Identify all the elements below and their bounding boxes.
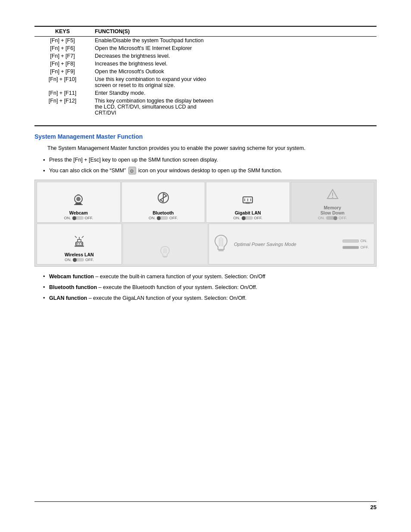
wireless-lan-icon <box>72 234 87 250</box>
svg-rect-4 <box>77 194 80 196</box>
lower-bullets: Webcam function – execute the built-in c… <box>43 273 377 302</box>
smm-cell-gigabit-lan: Gigabit LAN ON.OFF. <box>206 182 290 223</box>
table-header-keys: KEYS <box>34 26 90 37</box>
key-cell: [Fn] + [F7] <box>34 52 90 60</box>
memory-slow-down-label: MemorySlow Down <box>321 205 345 215</box>
smm-cell-webcam: Webcam ON.OFF. <box>37 182 121 223</box>
function-cell: Increases the brightness level. <box>90 60 377 68</box>
bluetooth-icon <box>157 192 169 208</box>
bluetooth-label: Bluetooth <box>153 210 174 215</box>
page-bottom-line <box>34 501 377 502</box>
key-cell: [Fn] + [F11] <box>34 89 90 97</box>
svg-point-1 <box>76 197 81 201</box>
table-row: [Fn] + [F12] This key combination toggle… <box>34 97 377 118</box>
svg-point-27 <box>81 243 82 245</box>
list-item: You can also click on the “SMM” icon on … <box>43 167 377 175</box>
webcam-label: Webcam <box>69 210 88 215</box>
lower-list-item-glan: GLAN function – execute the GigaLAN func… <box>43 294 377 302</box>
key-cell: [Fn] + [F6] <box>34 44 90 52</box>
svg-rect-21 <box>75 246 84 247</box>
webcam-toggle-pill <box>72 216 84 220</box>
bluetooth-toggle-pill <box>157 216 168 220</box>
bluetooth-toggle: ON.OFF. <box>149 216 178 220</box>
on-off-stack: ON. OFF. <box>342 239 371 249</box>
gigabit-lan-toggle: ON.OFF. <box>233 216 262 220</box>
svg-line-24 <box>82 236 84 238</box>
smm-cell-bluetooth: Bluetooth ON.OFF. <box>121 182 206 223</box>
lower-bullet-rest-glan: – execute the GigaLAN function of your s… <box>89 295 247 301</box>
key-cell: [Fn] + [F10] <box>34 75 90 89</box>
smm-icon <box>128 167 136 174</box>
table-row: [Fn] + [F9] Open the Microsoft's Outlook <box>34 68 377 75</box>
off-bar <box>342 246 359 249</box>
function-cell: Open the Microsoft's Outlook <box>90 68 377 75</box>
lower-list-item-bluetooth: Bluetooth function – execute the Bluetoo… <box>43 283 377 292</box>
table-row: [Fn] + [F11] Enter Standby mode. <box>34 89 377 97</box>
table-header-functions: FUNCTION(S) <box>90 26 377 37</box>
function-cell: Open the Microsoft's IE Internet Explore… <box>90 44 377 52</box>
wireless-lan-label: Wireless LAN <box>65 252 94 257</box>
svg-rect-3 <box>74 204 83 205</box>
svg-line-8 <box>163 196 167 198</box>
table-row: [Fn] + [F8] Increases the brightness lev… <box>34 60 377 68</box>
table-row: [Fn] + [F5] Enable/Disable the system To… <box>34 37 377 45</box>
key-cell: [Fn] + [F9] <box>34 68 90 75</box>
optimal-power-label: Optimal Power Savings Mode <box>234 242 296 247</box>
webcam-icon <box>71 193 86 208</box>
smm-row-1: Webcam ON.OFF. Bluetooth <box>37 182 374 223</box>
lower-bullet-bold-glan: GLAN function <box>49 295 87 301</box>
page-container: KEYS FUNCTION(S) [Fn] + [F5] Enable/Disa… <box>0 0 411 532</box>
smm-cell-memory-slow-down: MemorySlow Down ON.OFF. <box>291 182 375 223</box>
table-row: [Fn] + [F7] Decreases the brightness lev… <box>34 52 377 60</box>
off-bar-row: OFF. <box>342 245 369 249</box>
webcam-toggle: ON.OFF. <box>64 216 93 220</box>
svg-point-18 <box>332 197 333 198</box>
smm-panel: Webcam ON.OFF. Bluetooth <box>34 180 377 267</box>
gigabit-lan-label: Gigabit LAN <box>235 210 261 215</box>
smm-cell-optimal-power: Optimal Power Savings Mode ON. OFF. <box>209 224 374 264</box>
bullet-list: Press the [Fn] + [Esc] key to open up th… <box>43 156 377 175</box>
on-bar-row: ON. <box>342 239 369 243</box>
smm-cell-empty-1 <box>123 224 208 264</box>
memory-slow-down-icon <box>326 188 339 203</box>
section-title: System Management Master Function <box>34 133 377 140</box>
bullet-text: You can also click on the “SMM” icon on … <box>49 168 282 174</box>
off-label: OFF. <box>361 245 369 249</box>
key-cell: [Fn] + [F12] <box>34 97 90 118</box>
lower-bullet-bold-bluetooth: Bluetooth function <box>49 284 97 290</box>
key-cell: [Fn] + [F5] <box>34 37 90 45</box>
svg-point-26 <box>78 243 80 245</box>
on-bar <box>342 240 359 243</box>
svg-point-25 <box>76 243 78 245</box>
bulb-icon <box>212 233 230 255</box>
table-row: [Fn] + [F6] Open the Microsoft's IE Inte… <box>34 44 377 52</box>
lower-bullet-rest-bluetooth: – execute the Bluetooth function of your… <box>99 284 258 290</box>
list-item: Press the [Fn] + [Esc] key to open up th… <box>43 156 377 164</box>
svg-line-23 <box>75 236 77 238</box>
function-cell: Decreases the brightness level. <box>90 52 377 60</box>
wireless-lan-toggle-pill <box>73 258 84 261</box>
svg-rect-2 <box>75 203 81 204</box>
lower-list-item-webcam: Webcam function – execute the built-in c… <box>43 273 377 281</box>
page-number: 25 <box>371 504 377 510</box>
empty-icon-1 <box>159 245 171 260</box>
on-label: ON. <box>361 239 367 243</box>
function-cell: Enter Standby mode. <box>90 89 377 97</box>
function-cell: This key combination toggles the display… <box>90 97 377 118</box>
smm-row-2: Wireless LAN ON.OFF. <box>37 224 374 264</box>
wireless-lan-toggle: ON.OFF. <box>65 258 94 262</box>
lower-bullet-rest-webcam: – execute the built-in camera function o… <box>95 274 265 280</box>
function-cell: Use this key combination to expand your … <box>90 75 377 89</box>
table-bottom-border <box>34 125 377 126</box>
svg-rect-15 <box>246 202 250 204</box>
smm-cell-wireless-lan: Wireless LAN ON.OFF. <box>37 224 122 264</box>
gigabit-lan-toggle-pill <box>242 216 253 220</box>
memory-slow-down-toggle: ON.OFF. <box>318 216 347 220</box>
function-cell: Enable/Disable the system Touchpad funct… <box>90 37 377 45</box>
memory-slow-down-toggle-pill <box>326 216 337 220</box>
gigabit-lan-icon <box>240 193 255 208</box>
table-row: [Fn] + [F10] Use this key combination to… <box>34 75 377 89</box>
body-text: The System Management Master function pr… <box>34 144 377 152</box>
bullet-text: Press the [Fn] + [Esc] key to open up th… <box>49 157 218 163</box>
keys-table: KEYS FUNCTION(S) [Fn] + [F5] Enable/Disa… <box>34 26 377 118</box>
